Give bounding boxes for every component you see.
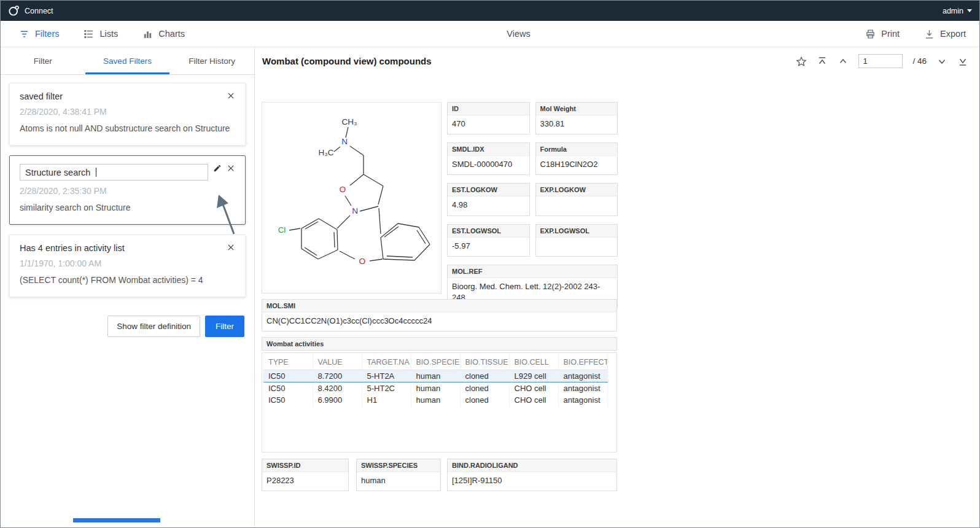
field-value[interactable]: 4.98 [448,196,529,215]
field-label: SWISSP.SPECIES [357,459,440,472]
record-pager: / 46 [796,54,968,68]
saved-filter-title: Has 4 entries in activity list [20,243,222,253]
saved-filter-description: (SELECT count(*) FROM Wombat activities)… [20,274,235,287]
molecule-structure-panel[interactable]: CH₃ N H₃C O N Cl O [262,102,441,293]
activities-section-label: Wombat activities [262,337,617,351]
menu-views[interactable]: Views [501,29,530,39]
column-header[interactable]: BIO.CELL [509,355,558,370]
saved-filters-list: saved filter 2/28/2020, 4:38:41 PM Atoms… [1,75,254,307]
user-name: admin [943,7,963,15]
column-header[interactable]: BIO.SPECIE [411,355,460,370]
field-value[interactable] [536,196,618,213]
edit-filter-name-button[interactable] [213,164,222,173]
cell: cloned [460,370,509,382]
remove-filter-button[interactable] [227,91,235,100]
field-label: EXP.LOGKOW [536,184,618,196]
table-row[interactable]: IC50 8.7200 5-HT2A human cloned L929 cel… [263,370,607,382]
remove-filter-button[interactable] [227,164,235,173]
menu-export[interactable]: Export [924,29,966,39]
filter-button[interactable]: Filter [205,316,244,337]
cell: 6.9900 [313,394,362,406]
field-label: MOL.SMI [262,300,616,313]
remove-filter-button[interactable] [227,243,235,252]
cell: cloned [460,382,509,395]
saved-filter-card-selected[interactable]: 2/28/2020, 2:35:30 PM similarity search … [9,155,246,225]
download-icon [924,29,935,39]
cell: antagonist [558,382,607,395]
next-record-icon[interactable] [936,56,947,67]
tab-saved-filters[interactable]: Saved Filters [85,47,170,74]
cell: CHO cell [509,382,558,395]
field-est-logkow: EST.LOGKOW 4.98 [447,183,530,215]
column-header[interactable]: TARGET.NA [362,355,411,370]
menu-export-label: Export [940,29,966,39]
previous-record-icon[interactable] [838,56,849,67]
menu-lists-label: Lists [99,29,118,39]
show-filter-definition-button[interactable]: Show filter definition [107,316,200,337]
saved-filter-card[interactable]: Has 4 entries in activity list 1/1/1970,… [9,235,246,297]
field-value[interactable] [536,238,618,254]
horizontal-scrollbar-thumb[interactable] [73,518,160,522]
close-icon [227,243,235,252]
field-value[interactable]: -5.97 [448,238,529,256]
menu-filters-label: Filters [35,29,59,39]
field-value[interactable]: P28223 [262,472,348,491]
menu-lists[interactable]: Lists [84,29,118,39]
field-value[interactable]: 470 [448,115,529,134]
star-icon[interactable] [796,56,807,67]
menu-charts[interactable]: Charts [142,29,185,39]
current-record-input[interactable] [858,54,903,68]
column-header[interactable]: BIO.TISSUE [460,355,509,370]
filter-name-input[interactable] [20,164,208,181]
first-record-icon[interactable] [817,56,828,67]
column-header[interactable]: VALUE [313,355,362,370]
field-exp-logwsol: EXP.LOGWSOL [535,224,618,257]
saved-filter-timestamp: 1/1/1970, 1:00:00 AM [20,258,235,268]
menu-views-label: Views [507,29,530,39]
cell: L929 cell [509,370,558,382]
tab-filter-history[interactable]: Filter History [169,47,254,74]
saved-filter-description: similarity search on Structure [20,201,235,214]
topbar: Connect admin [1,1,979,21]
table-row[interactable]: IC50 6.9900 H1 human cloned CHO cell ant… [263,394,607,406]
field-value[interactable]: C18H19ClN2O2 [536,156,618,174]
saved-filter-card[interactable]: saved filter 2/28/2020, 4:38:41 PM Atoms… [9,83,246,146]
field-mol-smi: MOL.SMI CN(C)CC1CC2N(O1)c3cc(Cl)ccc3Oc4c… [262,299,617,332]
user-menu[interactable]: admin [943,7,972,15]
sidebar-actions: Show filter definition Filter [1,307,254,346]
cell: 5-HT2A [362,370,411,382]
saved-filter-title: saved filter [20,91,222,101]
filters-sidebar: Filter Saved Filters Filter History save… [1,47,255,527]
tab-filter-label: Filter [34,56,52,66]
cell: antagonist [558,394,607,406]
last-record-icon[interactable] [957,56,968,67]
column-header[interactable]: TYPE [263,355,313,370]
compound-form: CH₃ N H₃C O N Cl O ID 470 Mol Weight 330… [255,75,979,527]
field-value[interactable]: human [357,472,440,491]
sidebar-tabs: Filter Saved Filters Filter History [1,47,254,75]
app-name: Connect [25,7,53,15]
field-value[interactable]: 330.81 [536,115,618,134]
field-value[interactable]: SMDL-00000470 [448,156,529,174]
app-logo-icon[interactable] [8,5,20,17]
menu-print[interactable]: Print [865,29,900,39]
column-header[interactable]: BIO.EFFECT [558,355,607,370]
field-value[interactable]: [125I]R-91150 [448,472,616,491]
field-value[interactable]: CN(C)CC1CC2N(O1)c3cc(Cl)ccc3Oc4ccccc24 [262,313,616,331]
cell: CHO cell [509,394,558,406]
text-cursor [96,168,96,177]
table-row[interactable]: IC50 8.4200 5-HT2C human cloned CHO cell… [263,382,607,395]
cell: IC50 [263,382,313,395]
property-fields: ID 470 Mol Weight 330.81 SMDL.IDX SMDL-0… [447,102,618,308]
saved-filter-timestamp: 2/28/2020, 2:35:30 PM [20,186,235,196]
field-swissp-species: SWISSP.SPECIES human [356,459,441,491]
molecule-drawing: CH₃ N H₃C O N Cl O [262,103,441,293]
cell: 5-HT2C [362,382,411,395]
field-label: SMDL.IDX [448,143,529,156]
menu-filters[interactable]: Filters [19,29,59,39]
atom-label: CH₃ [342,117,357,126]
filter-name-input-wrap [20,164,208,181]
tab-filter[interactable]: Filter [1,47,85,74]
field-label: MOL.REF [448,265,617,278]
field-label: EST.LOGKOW [448,184,529,196]
